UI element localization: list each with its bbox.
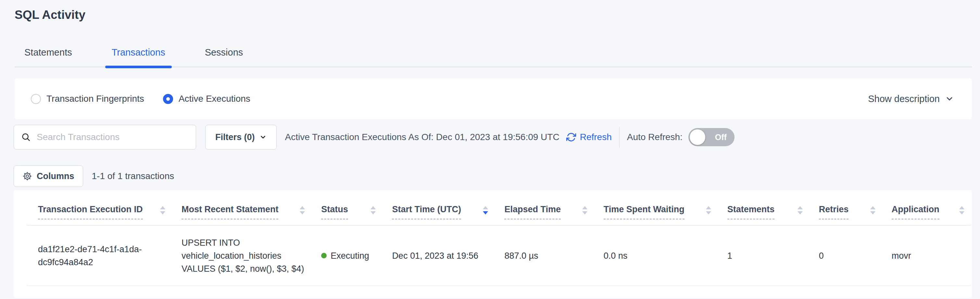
cell-time-spent-waiting: 0.0 ns (604, 225, 727, 286)
table-header-row: Transaction Execution ID Most Recent Sta… (27, 190, 971, 225)
tab-statements[interactable]: Statements (14, 47, 82, 67)
view-mode-card: Transaction Fingerprints Active Executio… (14, 78, 972, 119)
search-box[interactable] (14, 125, 196, 149)
column-header-application[interactable]: Application (892, 190, 971, 225)
column-label[interactable]: Application (892, 205, 939, 219)
sort-icon-active-desc[interactable] (483, 206, 488, 214)
status-label: Executing (331, 249, 369, 262)
radio-unselected-icon[interactable] (31, 94, 41, 104)
status-executing-dot-icon (321, 253, 327, 258)
sort-icon[interactable] (797, 206, 803, 214)
column-label[interactable]: Most Recent Statement (181, 205, 278, 219)
column-label[interactable]: Transaction Execution ID (38, 205, 143, 219)
radio-label: Active Executions (178, 94, 250, 104)
column-header-statements[interactable]: Statements (727, 190, 819, 225)
sort-icon[interactable] (160, 206, 165, 214)
chevron-down-icon (945, 94, 954, 103)
column-header-transaction-execution-id[interactable]: Transaction Execution ID (27, 190, 181, 225)
tab-sessions[interactable]: Sessions (195, 47, 253, 67)
filters-label: Filters (0) (215, 132, 255, 142)
radio-active-executions[interactable]: Active Executions (163, 94, 250, 104)
sort-icon[interactable] (706, 206, 711, 214)
cell-retries: 0 (819, 225, 892, 286)
column-label[interactable]: Status (321, 205, 348, 219)
radio-label: Transaction Fingerprints (46, 94, 144, 104)
column-header-most-recent-statement[interactable]: Most Recent Statement (181, 190, 321, 225)
radio-selected-icon[interactable] (163, 94, 173, 104)
toggle-state-label: Off (715, 133, 727, 142)
cell-elapsed-time: 887.0 µs (504, 225, 603, 286)
refresh-label: Refresh (580, 132, 612, 142)
column-header-status[interactable]: Status (321, 190, 392, 225)
auto-refresh-control: Auto Refresh: Off (627, 128, 735, 146)
toolbar: Filters (0) Active Transaction Execution… (14, 124, 972, 150)
search-icon (21, 132, 31, 142)
sort-icon[interactable] (371, 206, 376, 214)
column-header-time-spent-waiting[interactable]: Time Spent Waiting (604, 190, 727, 225)
page-title: SQL Activity (14, 8, 972, 22)
table-row[interactable]: da1f21e2-de71-4c1f-a1da-dc9fc94a84a2 UPS… (27, 225, 971, 286)
auto-refresh-toggle[interactable]: Off (689, 128, 735, 146)
sort-icon[interactable] (870, 206, 875, 214)
transactions-table: Transaction Execution ID Most Recent Sta… (27, 190, 971, 286)
cell-status: Executing (321, 225, 392, 286)
column-label[interactable]: Statements (727, 205, 775, 219)
sort-icon[interactable] (582, 206, 587, 214)
radio-transaction-fingerprints[interactable]: Transaction Fingerprints (31, 94, 144, 104)
show-description-toggle[interactable]: Show description (868, 94, 954, 104)
toolbar-divider (619, 127, 620, 147)
transactions-table-card: Transaction Execution ID Most Recent Sta… (14, 190, 972, 298)
column-label[interactable]: Start Time (UTC) (392, 205, 461, 219)
chevron-down-icon (259, 134, 267, 141)
refresh-icon (566, 132, 576, 142)
as-of-text: Active Transaction Executions As Of: Dec… (285, 132, 560, 142)
toggle-knob[interactable] (690, 130, 705, 145)
tab-transactions[interactable]: Transactions (102, 47, 175, 67)
gear-icon (22, 171, 32, 181)
columns-button[interactable]: Columns (14, 165, 83, 187)
table-toolbar: Columns 1-1 of 1 transactions (14, 165, 972, 187)
auto-refresh-label: Auto Refresh: (627, 132, 682, 142)
sort-icon[interactable] (300, 206, 305, 214)
cell-statements: 1 (727, 225, 819, 286)
column-label[interactable]: Time Spent Waiting (604, 205, 684, 219)
column-label[interactable]: Elapsed Time (504, 205, 561, 219)
cell-most-recent-statement: UPSERT INTO vehicle_location_histories V… (181, 225, 321, 286)
column-header-elapsed-time[interactable]: Elapsed Time (504, 190, 603, 225)
column-header-start-time[interactable]: Start Time (UTC) (392, 190, 504, 225)
tab-bar: Statements Transactions Sessions (14, 47, 972, 67)
filters-button[interactable]: Filters (0) (205, 125, 277, 149)
column-label[interactable]: Retries (819, 205, 849, 219)
results-count: 1-1 of 1 transactions (92, 171, 174, 181)
sort-icon[interactable] (959, 206, 964, 214)
refresh-button[interactable]: Refresh (566, 132, 612, 142)
cell-transaction-execution-id[interactable]: da1f21e2-de71-4c1f-a1da-dc9fc94a84a2 (27, 225, 181, 286)
search-input[interactable] (37, 132, 189, 142)
cell-application: movr (892, 225, 971, 286)
column-header-retries[interactable]: Retries (819, 190, 892, 225)
columns-label: Columns (37, 171, 74, 181)
show-description-label: Show description (868, 94, 940, 104)
cell-start-time: Dec 01, 2023 at 19:56 (392, 225, 504, 286)
view-mode-radio-group: Transaction Fingerprints Active Executio… (31, 94, 250, 104)
